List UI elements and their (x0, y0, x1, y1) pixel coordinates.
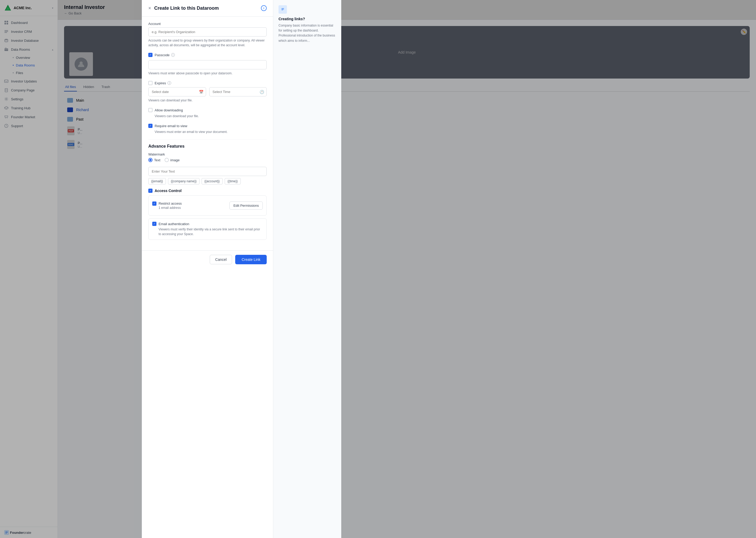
svg-rect-24 (281, 7, 285, 12)
expires-label: Expires i (155, 81, 171, 85)
date-time-row: 📅 🕐 (148, 87, 267, 96)
downloading-section: Allow downloading Viewers can download y… (148, 108, 267, 119)
access-control-section: Access Control Restrict access 1 email a… (148, 188, 267, 240)
restrict-access-checkbox[interactable] (152, 201, 157, 206)
cancel-button[interactable]: Cancel (210, 255, 232, 264)
document-icon (280, 7, 285, 12)
require-email-row: Require email to view (148, 124, 267, 128)
advance-features-title: Advance Features (148, 144, 267, 149)
downloading-checkbox[interactable] (148, 108, 153, 112)
right-panel: Creating links? Company basic informatio… (273, 0, 341, 538)
watermark-text-label: Text (154, 158, 161, 162)
date-input[interactable] (148, 87, 206, 96)
modal-body: Account Accounts can be used to group vi… (142, 17, 273, 250)
expires-info-icon[interactable]: i (167, 81, 171, 85)
clock-icon: 🕐 (260, 90, 264, 94)
account-section: Account Accounts can be used to group vi… (148, 22, 267, 48)
restrict-access-info: Restrict access 1 email address (159, 201, 182, 210)
tag-email[interactable]: {{email}} (148, 178, 166, 185)
calendar-icon: 📅 (199, 90, 204, 94)
email-auth-checkbox[interactable] (152, 222, 157, 226)
watermark-tags: {{email}} {{company name}} {{account}} {… (148, 178, 267, 185)
passcode-info-icon[interactable]: i (171, 53, 175, 57)
modal-info-icon[interactable]: i (261, 5, 267, 11)
edit-permissions-button[interactable]: Edit Permissions (229, 201, 263, 210)
modal: × Create Link to this Dataroom i Account… (142, 0, 273, 538)
email-auth-card: Email authentication Viewers must verify… (148, 218, 267, 240)
passcode-checkbox[interactable] (148, 53, 153, 57)
radio-image-circle (165, 158, 169, 162)
watermark-section: Watermark Text image {{email}} (148, 152, 267, 185)
date-input-wrap: 📅 (148, 87, 206, 96)
right-panel-text: Company basic information is essential f… (278, 23, 336, 43)
time-input[interactable] (209, 87, 267, 96)
passcode-input[interactable] (148, 60, 267, 69)
advance-features-section: Advance Features Watermark Text image (148, 144, 267, 240)
passcode-row: Passcode i (148, 53, 267, 57)
passcode-hint: Viewers must enter above passcode to ope… (148, 71, 267, 76)
restrict-access-sub: 1 email address (159, 206, 182, 210)
require-email-hint: Viewers must enter an email to view your… (148, 130, 267, 134)
restrict-access-card: Restrict access 1 email address Edit Per… (148, 195, 267, 216)
expires-row: Expires i (148, 81, 267, 85)
modal-title: Create Link to this Dataroom (154, 6, 219, 11)
watermark-image-option[interactable]: image (165, 158, 179, 162)
right-panel-icon (278, 5, 287, 14)
account-input[interactable] (148, 27, 267, 36)
restrict-access-left: Restrict access 1 email address (152, 201, 182, 210)
create-link-button[interactable]: Create Link (235, 255, 267, 264)
overlay: × Create Link to this Dataroom i Account… (0, 0, 756, 538)
email-auth-label: Email authentication (159, 222, 189, 226)
section-divider (148, 139, 267, 140)
watermark-text-option[interactable]: Text (148, 158, 161, 162)
email-auth-hint: Viewers must verify their identity via a… (152, 227, 263, 237)
overlay-backdrop (0, 0, 142, 538)
email-auth-row: Email authentication (152, 222, 263, 226)
downloading-row: Allow downloading (148, 108, 267, 112)
account-label: Account (148, 22, 267, 26)
require-email-checkbox[interactable] (148, 124, 153, 128)
access-control-row: Access Control (148, 188, 267, 193)
expires-checkbox[interactable] (148, 81, 153, 85)
tag-account[interactable]: {{account}} (202, 178, 223, 185)
modal-header: × Create Link to this Dataroom i (142, 0, 273, 17)
modal-footer: Cancel Create Link (142, 250, 273, 268)
downloading-hint: Viewers can download your file. (148, 114, 267, 119)
watermark-radio-row: Text image (148, 158, 267, 162)
account-hint: Accounts can be used to group viewers by… (148, 38, 267, 48)
radio-text-circle (148, 158, 153, 162)
expires-section: Expires i 📅 🕐 Viewers can download your … (148, 81, 267, 103)
passcode-section: Passcode i Viewers must enter above pass… (148, 53, 267, 76)
modal-close-button[interactable]: × (148, 6, 151, 11)
watermark-label: Watermark (148, 152, 267, 156)
right-panel-title: Creating links? (278, 17, 336, 21)
restrict-access-label: Restrict access (159, 201, 182, 205)
tag-time[interactable]: {{time}} (225, 178, 241, 185)
watermark-image-label: image (170, 158, 179, 162)
time-input-wrap: 🕐 (209, 87, 267, 96)
watermark-text-input[interactable] (148, 167, 267, 176)
downloading-label: Allow downloading (155, 108, 183, 112)
require-email-section: Require email to view Viewers must enter… (148, 124, 267, 134)
access-control-checkbox[interactable] (148, 188, 153, 193)
passcode-label: Passcode i (155, 53, 175, 57)
access-control-label: Access Control (155, 188, 182, 193)
restrict-access-row: Restrict access 1 email address Edit Per… (152, 199, 263, 212)
tag-company-name[interactable]: {{company name}} (168, 178, 200, 185)
expires-hint: Viewers can download your file. (148, 98, 267, 103)
require-email-label: Require email to view (155, 124, 187, 128)
